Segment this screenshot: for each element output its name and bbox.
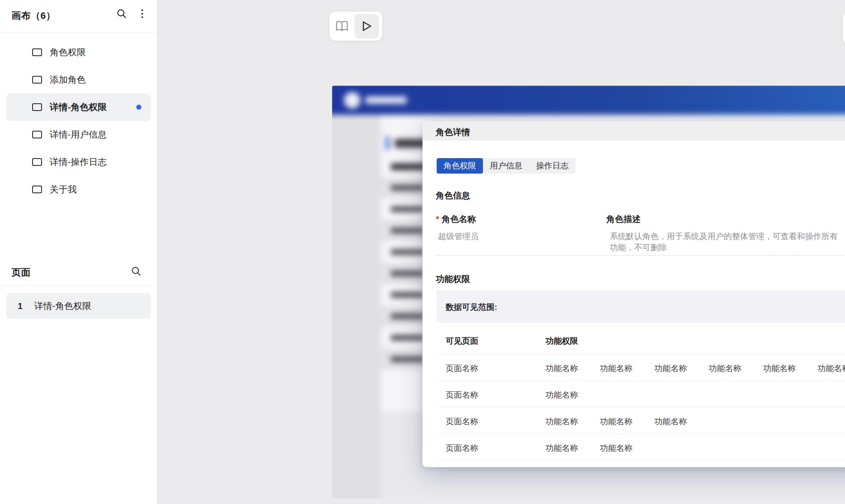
canvas-item-label: 详情-操作日志: [50, 156, 107, 168]
function-name-cell: 功能名称: [818, 363, 845, 374]
function-name-cell: 功能名称: [545, 390, 578, 401]
tab-user-info[interactable]: 用户信息: [483, 158, 529, 174]
blurred-admin-sidebar: [332, 115, 381, 498]
function-name-cell: 功能名称: [709, 363, 741, 374]
table-row: 页面名称 功能名称 功能名称: [437, 434, 845, 461]
preview-settings-button[interactable]: [843, 12, 845, 44]
frame-icon: [32, 76, 42, 84]
frame-icon: [32, 158, 42, 166]
layers-sidebar: 画布（6） 角色权限 添加角色 详情-角色权限: [0, 0, 157, 504]
function-name-cell: 功能名称: [763, 363, 796, 374]
modal-tab-bar: 角色权限 用户信息 操作日志: [437, 158, 575, 174]
page-name-cell: 页面名称: [446, 443, 478, 454]
blurred-title-accent: [386, 136, 390, 150]
canvas-item-label: 详情-用户信息: [50, 129, 107, 141]
page-name-cell: 页面名称: [446, 363, 478, 374]
modal-title: 角色详情: [436, 126, 470, 138]
page-item-detail-role-permissions[interactable]: 1 详情-角色权限: [6, 293, 151, 319]
play-icon: [361, 20, 372, 32]
view-controls-toolbar: 54%: [843, 12, 845, 44]
role-name-label: *角色名称: [436, 213, 476, 225]
function-name-cell: 功能名称: [600, 443, 632, 454]
pages-search-button[interactable]: [129, 264, 143, 278]
function-name-cell: 功能名称: [545, 443, 578, 454]
pages-panel-title: 页面: [12, 266, 30, 279]
function-name-cell: 功能名称: [600, 416, 632, 427]
canvas-item-detail-operation-log[interactable]: 详情-操作日志: [6, 148, 151, 176]
blurred-admin-header: [332, 86, 845, 115]
data-scope-bar: 数据可见范围: 公司数据: [437, 290, 845, 323]
canvas-item-add-role[interactable]: 添加角色: [6, 66, 151, 93]
role-desc-value: 系统默认角色，用于系统及用户的整体管理，可查看和操作所有功能，不可删除: [610, 231, 843, 253]
play-mode-button[interactable]: [354, 14, 379, 39]
preview-mode-toolbar: [330, 12, 382, 41]
canvas-item-about-me[interactable]: 关于我: [6, 176, 151, 203]
function-name-cell: 功能名称: [654, 416, 687, 427]
frame-icon: [32, 186, 42, 193]
canvas-item-label: 角色权限: [50, 46, 86, 58]
table-row: 页面名称 功能名称 功能名称 功能名称: [437, 408, 845, 434]
role-desc-label: 角色描述: [606, 213, 641, 225]
table-row: 页面名称 功能名称 功能名称 功能名称 功能名称 功能名称 功能名称: [437, 354, 845, 381]
canvas-more-button[interactable]: [135, 7, 149, 21]
canvas-item-detail-user-info[interactable]: 详情-用户信息: [6, 121, 151, 148]
function-name-cell: 功能名称: [545, 416, 578, 427]
selected-indicator-dot: [136, 105, 141, 110]
function-permissions-heading: 功能权限: [436, 273, 470, 285]
search-icon: [116, 8, 127, 19]
permissions-table-header: 可见页面 功能权限: [437, 331, 845, 354]
table-row: 页面名称 功能名称: [437, 381, 845, 408]
frame-icon: [32, 103, 42, 111]
kebab-menu-icon: [141, 9, 143, 18]
permissions-table: 可见页面 功能权限 页面名称 功能名称 功能名称 功能名称 功能名称 功能名称 …: [437, 331, 845, 461]
modal-header: 角色详情: [422, 121, 845, 141]
frame-icon: [32, 131, 42, 138]
canvas-item-label: 添加角色: [50, 74, 86, 86]
tab-operation-log[interactable]: 操作日志: [529, 158, 575, 174]
page-label: 详情-角色权限: [34, 300, 91, 312]
canvas-item-role-permissions[interactable]: 角色权限: [6, 39, 151, 66]
book-icon: [335, 20, 349, 32]
col-visible-pages: 可见页面: [446, 336, 478, 347]
canvas-item-label: 关于我: [50, 183, 77, 195]
canvas-search-button[interactable]: [115, 7, 129, 21]
canvas-panel-title: 画布（6）: [12, 9, 56, 22]
tab-role-permissions[interactable]: 角色权限: [437, 158, 483, 174]
canvas-item-label: 详情-角色权限: [50, 101, 107, 113]
role-detail-modal: 角色详情 角色权限 用户信息 操作日志 角色信息 *角色名称 角色描述 超级管理…: [422, 121, 845, 467]
page-index: 1: [6, 301, 34, 311]
blurred-logo: [344, 92, 360, 108]
canvas-item-detail-role-permissions[interactable]: 详情-角色权限: [6, 93, 151, 121]
function-name-cell: 功能名称: [654, 363, 687, 374]
canvas-panel-header: 画布（6）: [0, 0, 157, 33]
search-icon: [131, 266, 142, 277]
blurred-system-title: [366, 96, 407, 104]
col-function-permissions: 功能权限: [545, 336, 578, 347]
page-name-cell: 页面名称: [446, 390, 478, 401]
section-divider: [436, 255, 845, 256]
role-name-value: 超级管理员: [438, 231, 479, 242]
required-mark: *: [436, 214, 439, 224]
data-scope-label: 数据可见范围:: [446, 302, 497, 313]
canvas-viewport[interactable]: 54% 角色详情: [157, 0, 845, 504]
frame-icon: [32, 48, 42, 56]
role-info-heading: 角色信息: [436, 190, 470, 201]
function-name-cell: 功能名称: [600, 363, 632, 374]
pages-panel-header: 页面: [0, 259, 157, 286]
design-tool-preview-window: 画布（6） 角色权限 添加角色 详情-角色权限: [0, 0, 845, 504]
canvas-frames-list: 角色权限 添加角色 详情-角色权限 详情-用户信息 详情-操作日志 关于: [0, 39, 157, 203]
spec-mode-button[interactable]: [330, 12, 354, 41]
function-name-cell: 功能名称: [545, 363, 578, 374]
page-name-cell: 页面名称: [446, 416, 478, 427]
